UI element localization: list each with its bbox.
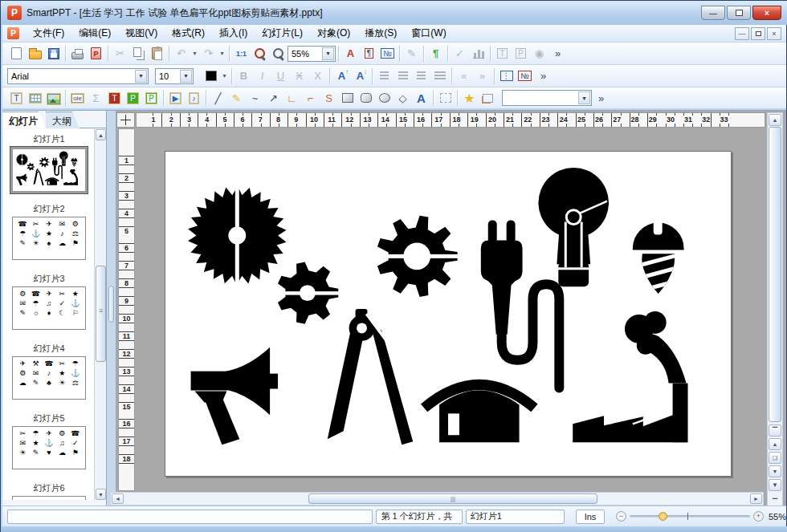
font-size-arrow[interactable]: ▾: [180, 70, 192, 83]
icon-barn[interactable]: [45, 178, 59, 185]
jump-last-slide-button[interactable]: ▼▁: [769, 479, 781, 491]
icon-compass-divider[interactable]: [328, 309, 413, 445]
horizontal-scroll-thumb[interactable]: |||: [308, 493, 597, 504]
insert-formula-button[interactable]: Σ: [87, 89, 105, 108]
text-frame-tool-button[interactable]: T: [493, 44, 512, 63]
menu-item-7[interactable]: 对象(O): [310, 24, 357, 43]
icon-light-bulb[interactable]: [538, 168, 609, 286]
slide-thumbnail-3[interactable]: ⚙☎✈✂★✉☂♫✓⚓✎☼♦☾⚐: [12, 286, 86, 330]
icon-megaphone[interactable]: [16, 173, 27, 185]
presentation-frame-button[interactable]: P: [512, 44, 530, 63]
new-document-button[interactable]: [7, 44, 26, 63]
insert-video-button[interactable]: ▶: [166, 89, 185, 108]
style-combo-arrow[interactable]: ▾: [578, 91, 590, 104]
numbering-format-button[interactable]: №: [378, 44, 397, 63]
connector-tool-button[interactable]: ∟: [283, 89, 301, 108]
align-center-button[interactable]: [394, 67, 412, 85]
toolbar2-overflow-button[interactable]: »: [534, 67, 553, 85]
close-button[interactable]: ×: [752, 6, 781, 20]
open-button[interactable]: [26, 44, 44, 63]
mdi-minimize-button[interactable]: —: [735, 27, 749, 40]
insert-table-button[interactable]: [26, 89, 44, 108]
font-color-button[interactable]: [202, 67, 220, 85]
save-button[interactable]: [44, 44, 63, 63]
insert-placeholder-button[interactable]: P: [124, 89, 142, 108]
tab-outline[interactable]: 大纲: [46, 112, 80, 128]
connector-square-tool-button[interactable]: ⌐: [301, 89, 320, 108]
slide-page[interactable]: [165, 151, 732, 477]
slide-thumbnail-4[interactable]: ✈⚒☎✂☂⚙✉♪★⚓☁✎♣☀⚖: [12, 356, 86, 400]
numbered-list-button[interactable]: №: [516, 67, 534, 85]
arrow-tool-button[interactable]: ↗: [264, 89, 283, 108]
zoom-page-button[interactable]: [251, 44, 269, 63]
insert-textbox-button[interactable]: T: [105, 89, 124, 108]
scroll-right-button[interactable]: ►: [750, 493, 762, 504]
bold-button[interactable]: B: [234, 67, 253, 85]
paste-button[interactable]: [148, 44, 166, 63]
icon-small-gear[interactable]: [27, 163, 35, 171]
zoom-out-button[interactable]: −: [616, 511, 626, 522]
insert-text-frame-button[interactable]: T: [7, 89, 26, 108]
icon-small-gear[interactable]: [274, 262, 341, 323]
zoom-combo[interactable]: 55%▾: [287, 46, 336, 62]
icon-power-plug[interactable]: [481, 221, 560, 388]
slide-thumbnail-6[interactable]: ▪▪▪▪▪: [12, 496, 86, 500]
jump-first-slide-button[interactable]: ▔▲: [769, 424, 781, 437]
icon-screw[interactable]: [633, 221, 698, 303]
mdi-restore-button[interactable]: [751, 27, 765, 40]
icon-light-bulb[interactable]: [59, 151, 68, 165]
zoom-100-button[interactable]: 1:1: [232, 44, 251, 63]
font-size-combo[interactable]: 10▾: [155, 68, 194, 84]
zoom-combo-arrow[interactable]: ▾: [322, 47, 334, 60]
scroll-up-button[interactable]: ▲: [769, 114, 781, 126]
italic-button[interactable]: I: [253, 67, 271, 85]
toolbar1-overflow-button[interactable]: »: [548, 44, 567, 63]
mdi-close-button[interactable]: ×: [767, 27, 781, 40]
font-color-dropdown[interactable]: ▾: [220, 67, 229, 85]
cut-button[interactable]: ✂: [111, 44, 129, 63]
redo-dropdown[interactable]: ▾: [218, 44, 226, 63]
connector-curve-tool-button[interactable]: S: [320, 89, 338, 108]
icon-factory[interactable]: [573, 311, 689, 442]
menu-item-8[interactable]: 播放(S): [357, 24, 404, 43]
spellcheck-button[interactable]: ✓: [451, 44, 469, 63]
panel-scroll-up-button[interactable]: ▲: [96, 129, 106, 140]
scroll-left-button[interactable]: ◄: [112, 493, 124, 504]
panel-splitter[interactable]: [107, 111, 116, 506]
zoom-button[interactable]: [269, 44, 287, 63]
insert-ole-button[interactable]: ole: [68, 89, 87, 108]
bullet-list-button[interactable]: ⋮: [497, 67, 516, 85]
undo-button[interactable]: ↶: [172, 44, 190, 63]
format-paintbrush-button[interactable]: ✎: [402, 44, 421, 63]
strikethrough-button[interactable]: X: [290, 67, 308, 85]
menu-item-5[interactable]: 插入(I): [212, 24, 255, 43]
ellipse-tool-button[interactable]: [375, 89, 394, 108]
edit-points-button[interactable]: [479, 89, 497, 108]
previous-slide-button[interactable]: ▲: [769, 438, 781, 450]
slide-thumbnail-1[interactable]: [10, 147, 88, 193]
increase-indent-button[interactable]: »: [473, 67, 491, 85]
menu-item-3[interactable]: 视图(V): [118, 24, 165, 43]
align-justify-button[interactable]: [430, 67, 449, 85]
shadow-button[interactable]: X: [308, 67, 327, 85]
menu-item-1[interactable]: 文件(F): [26, 24, 71, 43]
icon-barn[interactable]: [424, 385, 534, 443]
minimize-button[interactable]: —: [701, 6, 725, 20]
insert-audio-button[interactable]: ♪: [185, 89, 203, 108]
icon-factory[interactable]: [63, 169, 78, 185]
icon-circular-saw-blade[interactable]: [16, 153, 28, 166]
formatting-marks-button[interactable]: ¶: [426, 44, 445, 63]
font-name-combo[interactable]: Arial▾: [7, 68, 149, 84]
style-combo[interactable]: ▾: [502, 90, 592, 106]
line-tool-button[interactable]: ╱: [209, 89, 227, 108]
slide-thumbnail-2[interactable]: ☎✂✈✉⚙☂⚓★♪⚖✎☀♠☁⚑: [12, 217, 86, 260]
shrink-font-button[interactable]: A↓: [351, 67, 369, 85]
tab-slides[interactable]: 幻灯片: [2, 112, 46, 128]
icon-power-plug[interactable]: [52, 158, 62, 179]
copy-button[interactable]: [129, 44, 148, 63]
icon-large-gear[interactable]: [373, 216, 459, 297]
slide-navigator-button[interactable]: ❏: [769, 452, 781, 464]
basic-shapes-button[interactable]: ◇: [394, 89, 412, 108]
panel-scroll-thumb[interactable]: [96, 266, 106, 362]
icon-large-gear[interactable]: [39, 157, 50, 168]
